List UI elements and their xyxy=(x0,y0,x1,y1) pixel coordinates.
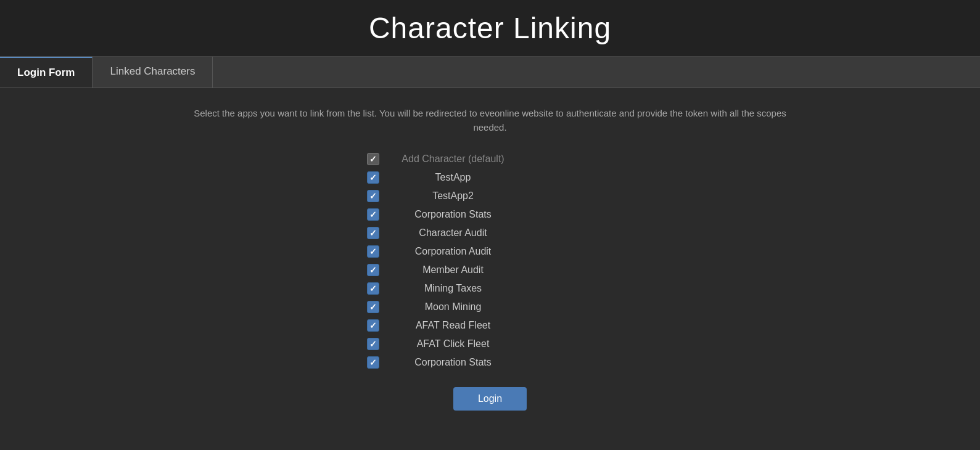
app-label-mining-taxes: Mining Taxes xyxy=(392,283,515,294)
app-checkbox-member-audit[interactable] xyxy=(367,264,379,276)
login-button[interactable]: Login xyxy=(453,387,527,411)
app-checkbox-afat-click-fleet[interactable] xyxy=(367,338,379,350)
app-item: Mining Taxes xyxy=(367,282,614,295)
app-label-corporation-audit: Corporation Audit xyxy=(392,246,515,257)
app-label-default: Add Character (default) xyxy=(392,153,515,165)
app-checkbox-default[interactable] xyxy=(367,153,379,165)
app-label-corporation-stats-2: Corporation Stats xyxy=(392,357,515,368)
app-checkbox-character-audit[interactable] xyxy=(367,227,379,239)
app-label-testapp: TestApp xyxy=(392,172,515,183)
app-checkbox-corporation-stats-1[interactable] xyxy=(367,208,379,221)
app-list: Add Character (default)TestAppTestApp2Co… xyxy=(25,153,955,369)
app-item: Moon Mining xyxy=(367,301,614,313)
page-header: Character Linking xyxy=(0,0,980,57)
app-item: Member Audit xyxy=(367,264,614,276)
app-checkbox-corporation-stats-2[interactable] xyxy=(367,356,379,369)
app-label-testapp2: TestApp2 xyxy=(392,190,515,202)
tab-linked-characters[interactable]: Linked Characters xyxy=(93,57,213,88)
instruction-text: Select the apps you want to link from th… xyxy=(182,107,799,134)
app-checkbox-testapp2[interactable] xyxy=(367,190,379,202)
login-btn-container: Login xyxy=(453,387,527,411)
app-item: Add Character (default) xyxy=(367,153,614,165)
app-checkbox-corporation-audit[interactable] xyxy=(367,245,379,258)
page-title: Character Linking xyxy=(0,11,980,45)
app-checkbox-testapp[interactable] xyxy=(367,171,379,184)
app-item: Corporation Stats xyxy=(367,208,614,221)
app-item: AFAT Read Fleet xyxy=(367,319,614,332)
app-label-moon-mining: Moon Mining xyxy=(392,301,515,313)
main-content: Select the apps you want to link from th… xyxy=(0,88,980,429)
app-item: Corporation Stats xyxy=(367,356,614,369)
app-checkbox-afat-read-fleet[interactable] xyxy=(367,319,379,332)
app-label-character-audit: Character Audit xyxy=(392,227,515,239)
tab-bar: Login Form Linked Characters xyxy=(0,57,980,88)
app-checkbox-moon-mining[interactable] xyxy=(367,301,379,313)
app-label-afat-click-fleet: AFAT Click Fleet xyxy=(392,338,515,350)
app-item: TestApp2 xyxy=(367,190,614,202)
app-label-member-audit: Member Audit xyxy=(392,264,515,276)
app-item: Character Audit xyxy=(367,227,614,239)
app-checkbox-mining-taxes[interactable] xyxy=(367,282,379,295)
app-label-corporation-stats-1: Corporation Stats xyxy=(392,209,515,220)
app-label-afat-read-fleet: AFAT Read Fleet xyxy=(392,320,515,331)
tab-login-form[interactable]: Login Form xyxy=(0,57,93,88)
app-item: AFAT Click Fleet xyxy=(367,338,614,350)
app-item: TestApp xyxy=(367,171,614,184)
app-item: Corporation Audit xyxy=(367,245,614,258)
